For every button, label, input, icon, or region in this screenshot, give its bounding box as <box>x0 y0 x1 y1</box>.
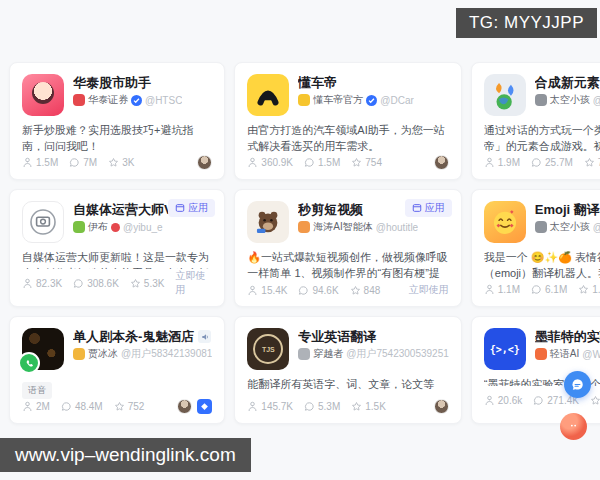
code-glyph: {>,<} <box>490 344 520 355</box>
users-stat: 20.6k <box>484 395 522 406</box>
chat-bubble-icon <box>533 395 544 406</box>
conversations-stat: 1.5M <box>304 157 340 168</box>
conversations-stat: 7M <box>69 157 97 168</box>
conversations-stat: 5.3M <box>304 401 340 412</box>
bot-description: 新手炒股难？实用选股技巧+避坑指南，问问我吧！ <box>22 122 212 155</box>
star-icon <box>351 401 362 412</box>
verified-icon <box>366 95 377 106</box>
verified-icon <box>131 95 142 106</box>
feishu-channel-icon <box>197 399 212 414</box>
favorites-stat: 3K <box>108 157 134 168</box>
author-name: 轻语AI <box>550 347 579 361</box>
stats-row: 360.9K 1.5M 754 <box>247 155 448 170</box>
chat-bubble-icon <box>304 401 315 412</box>
card-header: 华泰股市助手 华泰证券 @HTSC <box>22 74 212 116</box>
users-stat: 15.4K <box>247 285 287 296</box>
users-icon <box>484 395 495 406</box>
author-row: 伊布 @yibu_e <box>73 220 212 234</box>
author-name: 穿越者 <box>313 347 343 361</box>
app-badge: 应用 <box>405 199 452 217</box>
service-fab-button[interactable] <box>560 413 587 440</box>
card-header: 懂车帝 懂车帝官方 @DCar <box>247 74 448 116</box>
author-handle: @用户7542300539251 <box>346 347 448 361</box>
media-tool-icon <box>22 201 64 243</box>
bot-title: 秒剪短视频 <box>298 202 363 217</box>
app-badge: 应用 <box>168 199 215 217</box>
bot-card-grid: 华泰股市助手 华泰证券 @HTSC 新手炒股难？实用选股技巧+避坑指南，问问我吧… <box>9 62 591 424</box>
bot-description: 我是一个 😊✨🍊 表情符号（emoji）翻译机器人。我会把你发过来的语句用表情符… <box>484 249 600 282</box>
author-handle: @houtitle <box>376 222 418 233</box>
author-row: 太空小孩 @spacekid <box>535 220 600 234</box>
author-handle: @HTSC <box>145 95 182 106</box>
chat-fab-icon <box>570 377 585 392</box>
users-icon <box>247 401 258 412</box>
author-handle: @用户58342139081 <box>121 347 212 361</box>
bot-description: 被困在诡异酒店，每个角落都藏着线索与危机。智斗幽灵，寻找逃生之钥，你能… <box>22 376 212 377</box>
use-now-link[interactable]: 立即使用 <box>409 283 449 297</box>
users-stat: 82.3K <box>22 278 62 289</box>
card-header: TJS 专业英语翻译 穿越者 @用户7542300539251 <box>247 328 448 370</box>
bot-card-huatai-stock[interactable]: 华泰股市助手 华泰证券 @HTSC 新手炒股难？实用选股技巧+避坑指南，问问我吧… <box>9 62 225 180</box>
author-name: 太空小孩 <box>550 220 590 234</box>
creator-avatar-icon <box>434 399 449 414</box>
voice-tag: 语音 <box>22 382 52 399</box>
users-stat: 1.9M <box>484 157 520 168</box>
bot-card-english-translation[interactable]: TJS 专业英语翻译 穿越者 @用户7542300539251 能翻译所有英语字… <box>234 316 461 424</box>
author-avatar <box>73 94 85 106</box>
users-stat: 1.5M <box>22 157 58 168</box>
users-icon <box>22 278 33 289</box>
bot-description: 能翻译所有英语字、词、文章，论文等 <box>247 376 448 392</box>
card-header: 合成新元素 太空小孩 @spacekid <box>484 74 600 116</box>
author-name: 伊布 <box>88 220 108 234</box>
conversations-stat: 308.6K <box>73 278 119 289</box>
bot-card-media-master[interactable]: 应用 自媒体运营大师V2 伊布 @yibu_e 自媒体运营大师更新啦！这是一款专… <box>9 189 225 307</box>
bot-card-emoji-translator[interactable]: Emoji 翻译器 太空小孩 @spacekid 我是一个 😊✨🍊 表情符号（e… <box>471 189 600 307</box>
favorites-stat: 848 <box>350 285 381 296</box>
author-avatar <box>535 94 547 106</box>
author-row: 太空小孩 @spacekid <box>535 93 600 107</box>
chat-bubble-icon <box>531 284 542 295</box>
app-window-icon <box>412 203 422 213</box>
author-handle: @DCar <box>380 95 414 106</box>
bot-title: 华泰股市助手 <box>73 75 151 90</box>
bot-description: 自媒体运营大师更新啦！这是一款专为内容创作者打造的全能工具，本次全新的用户界面、… <box>22 249 212 269</box>
author-row: 穿越者 @用户7542300539251 <box>298 347 448 361</box>
author-row: 华泰证券 @HTSC <box>73 93 212 107</box>
chat-bubble-icon <box>298 285 309 296</box>
elements-game-icon <box>484 74 526 116</box>
voice-call-icon <box>18 352 40 374</box>
author-row: 懂车帝官方 @DCar <box>298 93 448 107</box>
use-now-link[interactable]: 立即使用 <box>175 269 212 297</box>
bot-card-dongchedi[interactable]: 懂车帝 懂车帝官方 @DCar 由官方打造的汽车领域AI助手，为您一站式解决看选… <box>234 62 461 180</box>
bot-description: 🔥一站式爆款短视频创作，做视频像呼吸一样简单 1、视频制作界的“有图有梗”提供丰… <box>247 249 448 283</box>
bot-card-murphy-lab[interactable]: 应用 {>,<} 墨菲特的实验室 轻语AI @WhisperingRain “墨… <box>471 316 600 424</box>
haunted-hotel-photo-icon <box>22 328 64 370</box>
stock-assistant-avatar-icon <box>22 74 64 116</box>
author-row: 海涛AI智能体 @houtitle <box>298 220 448 234</box>
bot-description: 由官方打造的汽车领域AI助手，为您一站式解决看选买的用车需求。 <box>247 122 448 155</box>
author-avatar <box>298 221 310 233</box>
seal-logo-icon: TJS <box>247 328 289 370</box>
author-emoji-icon <box>111 223 120 232</box>
bot-title: 合成新元素 <box>535 75 600 90</box>
chat-bubble-icon <box>531 157 542 168</box>
bot-title: 自媒体运营大师V2 <box>73 202 180 217</box>
bear-mascot-icon <box>247 201 289 243</box>
star-icon <box>350 285 361 296</box>
stats-row: 15.4K 94.6K 848 立即使用 <box>247 283 448 297</box>
chat-fab-button[interactable] <box>564 371 591 398</box>
author-row: 贾冰冰 @用户58342139081 <box>73 347 212 361</box>
bot-card-ghost-hotel[interactable]: 单人剧本杀-鬼魅酒店 贾冰冰 @用户58342139081 被困在诡异酒店，每个… <box>9 316 225 424</box>
author-name: 懂车帝官方 <box>313 93 363 107</box>
conversations-stat: 6.1M <box>531 284 567 295</box>
app-window-icon <box>175 203 185 213</box>
author-handle: @yibu_e <box>123 222 163 233</box>
stats-row: 145.7K 5.3M 1.5K <box>247 399 448 414</box>
author-row: 轻语AI @WhisperingRain <box>535 347 600 361</box>
star-icon <box>108 157 119 168</box>
author-handle: @spacekid <box>593 222 600 233</box>
bot-title: 懂车帝 <box>298 75 337 90</box>
telegram-watermark: TG: MYYJJPP <box>456 8 597 38</box>
bot-card-synthesize-elements[interactable]: 合成新元素 太空小孩 @spacekid 通过对话的方式玩一个类似「涂鸦上帝」的… <box>471 62 600 180</box>
bot-card-video-clip[interactable]: 应用 秒剪短视频 海涛AI智能体 @houtitle 🔥一站式爆款短视频创作，做… <box>234 189 461 307</box>
